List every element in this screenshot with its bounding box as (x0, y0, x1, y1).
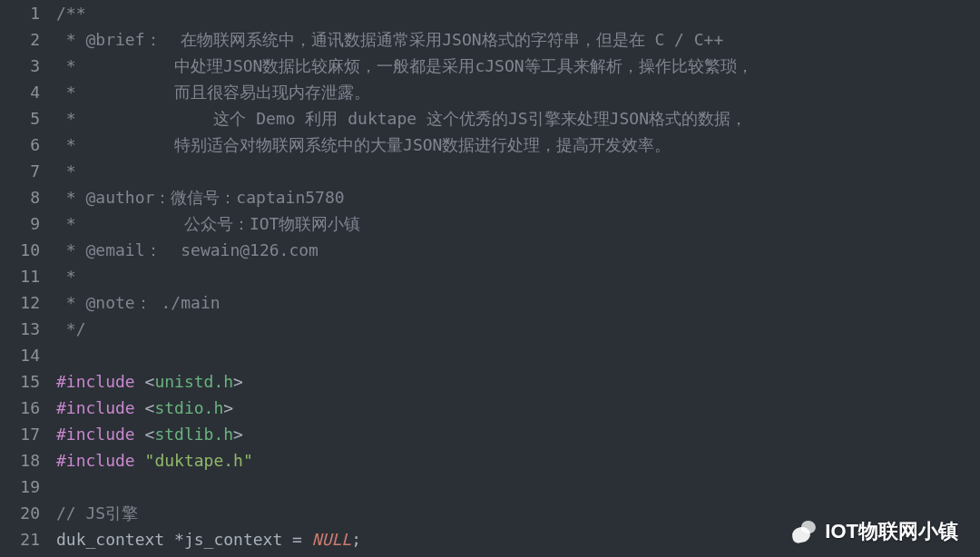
line-number: 17 (0, 421, 40, 447)
line-number: 21 (0, 526, 40, 552)
line-number: 4 (0, 79, 40, 105)
line-number: 6 (0, 132, 40, 158)
wechat-icon (790, 521, 816, 542)
line-number: 3 (0, 53, 40, 79)
code-line[interactable]: #include <unistd.h> (56, 368, 980, 395)
line-number: 19 (0, 474, 40, 500)
code-line[interactable]: * @author：微信号：captain5780 (56, 184, 980, 210)
code-line[interactable]: * (56, 158, 980, 184)
code-line[interactable]: */ (56, 316, 980, 342)
line-number: 7 (0, 158, 40, 184)
line-number: 11 (0, 263, 40, 289)
line-number: 12 (0, 289, 40, 316)
code-line[interactable]: * 公众号：IOT物联网小镇 (56, 210, 980, 237)
code-line[interactable]: #include <stdlib.h> (56, 421, 980, 447)
line-number: 5 (0, 105, 40, 132)
line-number: 16 (0, 395, 40, 421)
line-number: 9 (0, 210, 40, 237)
code-line[interactable]: /** (56, 0, 980, 26)
code-line[interactable]: * 中处理JSON数据比较麻烦，一般都是采用cJSON等工具来解析，操作比较繁琐… (56, 53, 980, 79)
line-number: 8 (0, 184, 40, 210)
line-number: 15 (0, 368, 40, 395)
line-number-gutter: 123456789101112131415161718192021 (0, 0, 56, 557)
watermark: IOT物联网小镇 (790, 518, 958, 544)
code-line[interactable]: * @email： sewain@126.com (56, 237, 980, 263)
line-number: 10 (0, 237, 40, 263)
code-line[interactable]: #include "duktape.h" (56, 447, 980, 474)
line-number: 2 (0, 26, 40, 53)
code-line[interactable]: * 特别适合对物联网系统中的大量JSON数据进行处理，提高开发效率。 (56, 132, 980, 158)
line-number: 18 (0, 447, 40, 474)
watermark-label: IOT物联网小镇 (825, 518, 958, 544)
line-number: 20 (0, 500, 40, 526)
code-editor[interactable]: 123456789101112131415161718192021 /** * … (0, 0, 980, 557)
line-number: 14 (0, 342, 40, 368)
code-line[interactable]: * 这个 Demo 利用 duktape 这个优秀的JS引擎来处理JSON格式的… (56, 105, 980, 132)
code-line[interactable] (56, 474, 980, 500)
code-line[interactable] (56, 342, 980, 368)
code-line[interactable]: * (56, 263, 980, 289)
code-line[interactable]: * @note： ./main (56, 289, 980, 316)
line-number: 1 (0, 0, 40, 26)
line-number: 13 (0, 316, 40, 342)
code-line[interactable]: #include <stdio.h> (56, 395, 980, 421)
code-line[interactable]: * 而且很容易出现内存泄露。 (56, 79, 980, 105)
code-area[interactable]: /** * @brief： 在物联网系统中，通讯数据通常采用JSON格式的字符串… (56, 0, 980, 557)
code-line[interactable]: * @brief： 在物联网系统中，通讯数据通常采用JSON格式的字符串，但是在… (56, 26, 980, 53)
